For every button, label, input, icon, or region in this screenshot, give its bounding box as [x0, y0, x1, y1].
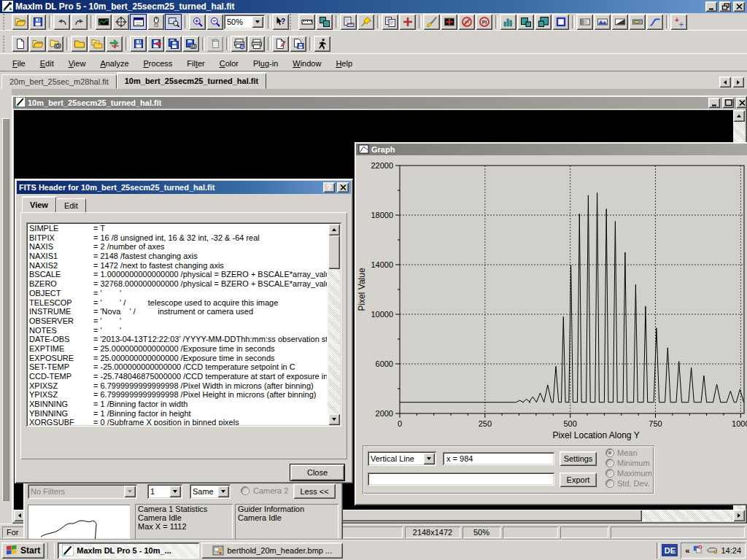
stretch-reset-icon[interactable]: [441, 14, 457, 30]
zoom-preview-window-icon[interactable]: [165, 14, 182, 30]
fits-scroll-thumb[interactable]: [328, 236, 340, 269]
rotate-image-icon[interactable]: [206, 36, 223, 52]
tab-scroll-left[interactable]: [719, 77, 731, 88]
update-tray-icon[interactable]: [692, 544, 703, 556]
fits-header-row[interactable]: OBJECT= ' ': [29, 289, 327, 298]
tray-chevron[interactable]: «: [685, 546, 689, 555]
show-histogram-icon[interactable]: [500, 14, 516, 30]
stat-radio-std-dev-[interactable]: Std. Dev.: [605, 478, 654, 489]
start-button[interactable]: Start: [1, 542, 44, 559]
file-folder-icon[interactable]: [71, 36, 88, 52]
fits-header-row[interactable]: CCD-TEMP= -25.748046875000000 /CCD tempe…: [29, 372, 327, 381]
settings-button[interactable]: Settings: [560, 451, 597, 466]
save-file-icon[interactable]: [29, 14, 46, 30]
toolbar-grip[interactable]: [290, 14, 296, 30]
same-select[interactable]: Same: [190, 484, 231, 499]
taskbar-task-maxim[interactable]: MaxIm DL Pro 5 - 10m_...: [58, 542, 199, 559]
toolbar-grip[interactable]: [3, 14, 9, 30]
screen-stretch-icon[interactable]: [95, 14, 112, 30]
tile-windows-icon[interactable]: [316, 14, 333, 30]
new-document-icon[interactable]: [12, 36, 28, 52]
fits-header-row[interactable]: XPIXSZ= 6.7999999999999998 /Pixel Width …: [29, 381, 327, 391]
pin-marker-icon[interactable]: [357, 14, 374, 30]
toolbar-grip[interactable]: [3, 36, 9, 52]
quick-stretch-icon[interactable]: [629, 14, 646, 30]
save-camera-image-icon[interactable]: [182, 36, 199, 52]
menu-process[interactable]: Process: [139, 57, 178, 70]
image-minimize-button[interactable]: [708, 98, 720, 108]
save-image-icon[interactable]: [130, 36, 147, 52]
crosshair-mode-icon[interactable]: [112, 14, 129, 30]
magnify-cursor-icon[interactable]: [147, 14, 164, 30]
hscroll-track[interactable]: [642, 510, 733, 521]
zoom-out-icon[interactable]: [206, 14, 223, 30]
restore-button[interactable]: [719, 1, 731, 12]
dropdown-arrow-icon[interactable]: [252, 16, 263, 28]
stat-radio-maximum[interactable]: Maximum: [605, 468, 654, 478]
less-button[interactable]: Less <<: [293, 483, 336, 499]
scroll-up-button[interactable]: [328, 224, 340, 236]
batch-convert-icon[interactable]: [106, 36, 123, 52]
information-window-icon[interactable]: [130, 14, 147, 30]
tile-vertical-icon[interactable]: [517, 14, 534, 30]
binning-select[interactable]: 1: [147, 484, 182, 499]
context-help-icon[interactable]: ?: [272, 14, 289, 30]
scroll-down-button[interactable]: [328, 413, 340, 425]
zoom-in-icon[interactable]: [189, 14, 206, 30]
profile-plot[interactable]: 0250500750100020006000100001400018000220…: [355, 157, 747, 446]
menu-file[interactable]: File: [7, 57, 31, 70]
dropdown-arrow-icon[interactable]: [124, 486, 136, 497]
menu-edit[interactable]: Edit: [35, 57, 59, 70]
stretch-low-icon[interactable]: [576, 14, 593, 30]
fits-header-row[interactable]: XORGSUBF= 0 /Subframe X position in binn…: [29, 418, 327, 425]
no-pi-filter-icon[interactable]: PI: [476, 14, 492, 30]
stat-radio-mean[interactable]: Mean: [605, 448, 654, 458]
menu-window[interactable]: Window: [287, 57, 326, 70]
print-icon[interactable]: [248, 36, 265, 52]
fits-vscrollbar[interactable]: [328, 224, 340, 425]
menu-help[interactable]: Help: [330, 57, 357, 70]
annotate-ruler-icon[interactable]: [340, 14, 357, 30]
dropdown-arrow-icon[interactable]: [423, 453, 435, 464]
calibration-math-icon[interactable]: +÷: [670, 14, 687, 30]
image-maximize-button[interactable]: [722, 98, 734, 108]
fits-close-button[interactable]: Close: [290, 464, 344, 481]
document-tab[interactable]: 10m_bert_25secm25_turned_hal.fit: [117, 73, 266, 89]
redo-icon[interactable]: [71, 14, 88, 30]
fits-header-row[interactable]: NOTES= ' ': [29, 326, 327, 335]
fits-header-row[interactable]: OBSERVER= ' ': [29, 316, 327, 326]
fits-header-row[interactable]: EXPTIME= 25.000000000000000 /Exposure ti…: [29, 344, 327, 354]
fits-header-row[interactable]: NAXIS1= 2148 /fastest changing axis: [29, 252, 327, 261]
fits-tab-edit[interactable]: Edit: [56, 198, 86, 213]
pixel-brush-icon[interactable]: [423, 14, 440, 30]
help-button[interactable]: ?: [323, 182, 335, 192]
edit-annotations-icon[interactable]: [272, 36, 289, 52]
open-camera-image-icon[interactable]: [47, 36, 63, 52]
minimize-button[interactable]: [705, 1, 717, 12]
menu-filter[interactable]: Filter: [182, 57, 209, 70]
tile-cascade-icon[interactable]: [535, 14, 551, 30]
add-crosshair-icon[interactable]: [399, 14, 416, 30]
scroll-up-button[interactable]: [733, 110, 745, 122]
camera2-radio[interactable]: Camera 2: [241, 486, 288, 495]
fits-header-row[interactable]: SIMPLE= T: [29, 224, 327, 233]
filter-select[interactable]: No Filters: [28, 484, 137, 499]
fits-header-row[interactable]: BSCALE= 1.0000000000000000 /physical = B…: [29, 270, 327, 279]
menu-analyze[interactable]: Analyze: [95, 57, 133, 70]
fits-header-row[interactable]: TELESCOP= ' ' / telescope used to acquir…: [29, 298, 327, 308]
mouse-tray-icon[interactable]: [706, 545, 718, 556]
dropdown-arrow-icon[interactable]: [169, 486, 181, 497]
customize-toolbar-icon[interactable]: [314, 36, 330, 52]
fits-header-row[interactable]: NAXIS= 2 /number of axes: [29, 242, 327, 252]
fits-header-row[interactable]: BITPIX= 16 /8 unsigned int, 16 & 32 int,…: [29, 233, 327, 243]
save-all-icon[interactable]: [165, 36, 182, 52]
menu-plug-in[interactable]: Plug-in: [248, 57, 283, 70]
fits-header-row[interactable]: YPIXSZ= 6.7999999999999998 /Pixel Height…: [29, 390, 327, 400]
tab-scroll-right[interactable]: [732, 77, 744, 88]
save-annotations-icon[interactable]: [290, 36, 306, 52]
fits-header-row[interactable]: DATE-OBS= '2013-04-13T12:22:03' /YYYY-MM…: [29, 335, 327, 344]
graph-readout2-field[interactable]: [368, 472, 554, 486]
fits-header-row[interactable]: NAXIS2= 1472 /next to fastest changing a…: [29, 261, 327, 271]
graph-tool-select[interactable]: Vertical Line: [368, 451, 436, 466]
open-file-icon[interactable]: [12, 14, 28, 30]
